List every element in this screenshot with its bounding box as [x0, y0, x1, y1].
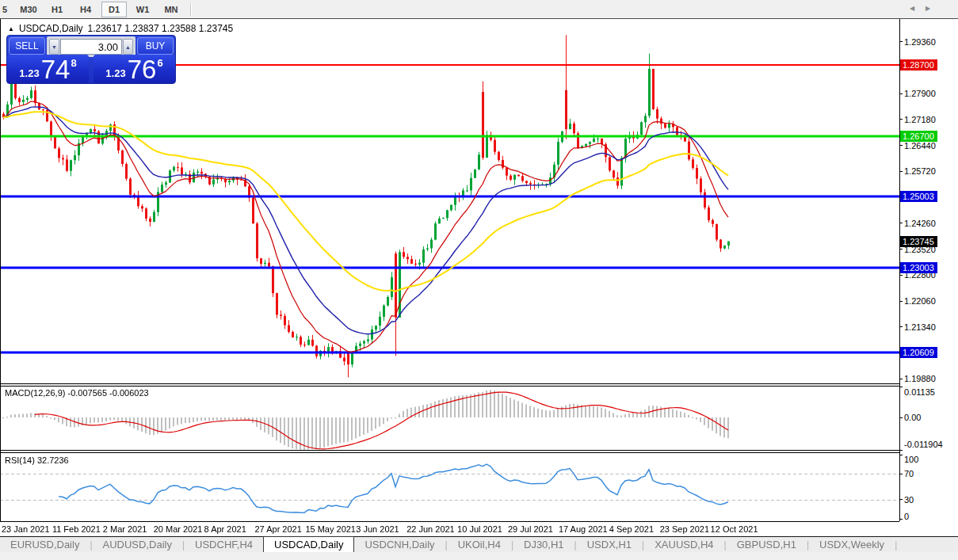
axis-tick — [899, 223, 903, 223]
rsi-tick-label: 70 — [904, 469, 914, 478]
tabs-scroll-right-icon[interactable]: ▶ — [922, 4, 933, 13]
buy-price-pip: 6 — [157, 57, 162, 69]
trade-panel-controls: SELL ▼ ▲ BUY — [9, 37, 174, 55]
timeframe-button-w1[interactable]: W1 — [130, 2, 155, 17]
chart-left-border — [0, 19, 1, 521]
axis-tick — [899, 275, 903, 276]
buy-price-prefix: 1.23 — [105, 67, 125, 79]
buy-button[interactable]: BUY — [137, 37, 174, 55]
axis-tick — [899, 417, 903, 418]
buy-price-button[interactable]: 1.23 76 6 — [94, 55, 175, 83]
chart-tab-usdx[interactable]: USDX,H1 — [577, 537, 642, 552]
chart-tab-usdx[interactable]: USDX,Weekly — [809, 537, 895, 552]
price-tick-label: 1.26440 — [904, 141, 936, 150]
date-tick-label: 2 Mar 2021 — [103, 524, 147, 534]
status-strip — [0, 552, 958, 560]
timeframe-button-mn[interactable]: MN — [158, 2, 184, 17]
axis-tick — [899, 450, 903, 451]
toolbar-separator — [190, 3, 192, 16]
chart-tab-bar: EURUSD,Daily|AUDUSD,Daily|USDCHF,H4USDCA… — [0, 536, 958, 552]
timeframe-button-h4[interactable]: H4 — [73, 2, 98, 17]
date-tick-label: 17 Aug 2021 — [559, 524, 608, 534]
date-tick-label: 15 May 2021 — [305, 524, 356, 534]
sell-price-pip: 8 — [71, 57, 76, 69]
axis-tick — [899, 499, 903, 500]
chart-tab-usdchf[interactable]: USDCHF,H4 — [185, 537, 263, 552]
one-click-trading-panel: SELL ▼ ▲ BUY 1.23 74 8 1.23 76 6 — [6, 35, 176, 84]
chart-symbol-label: USDCAD,Daily — [19, 23, 83, 34]
axis-tick — [899, 119, 903, 120]
price-level-badge: 1.26700 — [900, 131, 937, 142]
chart-tab-usdcnh[interactable]: USDCNH,Daily — [354, 537, 445, 552]
chevron-down-icon: ▼ — [52, 44, 57, 50]
price-level-badge: 1.25003 — [900, 191, 937, 202]
sell-price-button[interactable]: 1.23 74 8 — [7, 55, 89, 83]
timeframe-button-h1[interactable]: H1 — [44, 2, 70, 17]
chart-tab-audusd[interactable]: AUDUSD,Daily — [93, 537, 182, 552]
chart-tab-dj30[interactable]: DJ30,H1 — [513, 537, 574, 552]
volume-decrease-button[interactable]: ▼ — [49, 39, 59, 55]
price-level-badge: 1.28700 — [900, 59, 937, 70]
rsi-tick-label: 30 — [904, 495, 914, 505]
date-tick-label: 29 Jul 2021 — [508, 524, 553, 534]
timeframe-button-m30[interactable]: M30 — [16, 2, 41, 17]
timeframe-button-5[interactable]: 5 — [2, 2, 13, 17]
volume-input[interactable] — [60, 39, 122, 55]
sell-price-prefix: 1.23 — [19, 67, 39, 79]
panel-border — [0, 521, 899, 522]
timeframe-button-d1[interactable]: D1 — [101, 2, 127, 17]
price-tick-label: 1.27180 — [904, 115, 936, 124]
chart-tab-usdcad[interactable]: USDCAD,Daily — [263, 536, 354, 552]
axis-tick — [899, 301, 903, 302]
date-tick-label: 12 Oct 2021 — [711, 524, 758, 534]
axis-tick — [899, 387, 903, 387]
rsi-chart-canvas[interactable] — [0, 453, 899, 520]
date-tick-label: 3 Jun 2021 — [356, 524, 399, 534]
chart-tab-xauusd[interactable]: XAUUSD,H4 — [644, 537, 723, 552]
date-tick-label: 22 Jun 2021 — [406, 524, 455, 534]
date-tick-label: 23 Jan 2021 — [2, 524, 50, 534]
axis-tick — [899, 326, 903, 327]
price-tick-label: 1.19880 — [904, 374, 936, 383]
date-tick-label: 10 Jul 2021 — [457, 524, 502, 534]
axis-tick — [899, 171, 903, 172]
ohlc-values: 1.23617 1.23837 1.23588 1.23745 — [88, 23, 234, 34]
macd-indicator-label: MACD(12,26,9) -0.007565 -0.006023 — [5, 388, 149, 398]
axis-tick — [899, 474, 903, 474]
axis-tick — [899, 249, 903, 250]
tabs-scroll-left-icon[interactable]: ◀ — [906, 4, 918, 13]
price-tick-label: 1.22060 — [904, 296, 936, 306]
buy-price-big: 76 — [128, 58, 157, 82]
timeframe-toolbar: 5M30H1H4D1W1MN — [0, 0, 958, 18]
sell-price-big: 74 — [41, 58, 71, 82]
date-tick-label: 23 Sep 2021 — [660, 524, 709, 534]
date-tick-label: 27 Apr 2021 — [255, 524, 302, 534]
date-tick-label: 11 Feb 2021 — [52, 524, 101, 534]
chart-title: ▲ USDCAD,Daily 1.23617 1.23837 1.23588 1… — [8, 23, 233, 34]
date-tick-label: 20 Mar 2021 — [154, 524, 203, 534]
collapse-triangle-icon[interactable]: ▲ — [8, 25, 14, 32]
price-level-badge: 1.23745 — [900, 236, 937, 247]
chart-tab-gbpusd[interactable]: GBPUSD,H1 — [727, 537, 807, 552]
mt4-window: { "toolbar": {"items": ["5", "M30", "H1"… — [0, 0, 958, 560]
axis-tick — [899, 145, 903, 146]
price-tick-label: 1.25720 — [904, 166, 936, 176]
axis-tick — [899, 93, 903, 94]
axis-tick — [899, 41, 903, 42]
axis-tick — [899, 379, 903, 379]
macd-tick-label: 0.00 — [904, 413, 921, 422]
macd-tick-label: -0.011904 — [904, 440, 943, 449]
price-tick-label: 1.29360 — [904, 37, 936, 47]
volume-increase-button[interactable]: ▲ — [123, 39, 133, 55]
date-tick-label: 8 Apr 2021 — [204, 524, 246, 534]
rsi-tick-label: 100 — [904, 455, 918, 464]
chart-tab-eurusd[interactable]: EURUSD,Daily — [0, 537, 90, 552]
sell-button[interactable]: SELL — [9, 37, 45, 55]
date-tick-label: 4 Sep 2021 — [609, 524, 654, 534]
chevron-up-icon: ▲ — [125, 44, 131, 50]
tab-separator: | — [895, 537, 897, 552]
macd-tick-label: 0.01135 — [904, 387, 935, 397]
price-tick-label: 1.21340 — [904, 322, 936, 332]
price-level-badge: 1.20609 — [900, 347, 937, 358]
chart-tab-ukoil[interactable]: UKOil,H4 — [448, 537, 511, 552]
